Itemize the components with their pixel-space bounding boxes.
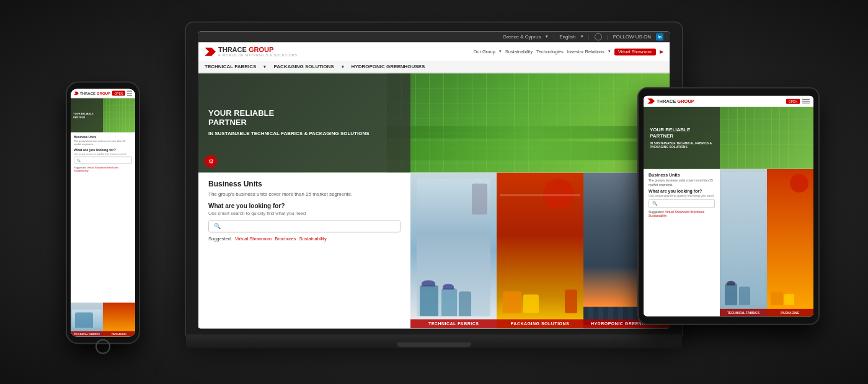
phone-looking-for: What are you looking for? xyxy=(74,148,132,152)
phone-logo-group: GROUP xyxy=(97,92,110,95)
hero-subtitle: IN SUSTAINABLE TECHNICAL FABRICS & PACKA… xyxy=(208,130,401,137)
tablet-open-button[interactable]: OPEN xyxy=(786,98,800,103)
laptop-notch xyxy=(397,342,471,347)
topbar-divider: | xyxy=(553,34,554,40)
tile-technical-fabrics[interactable]: TECHNICAL FABRICS xyxy=(410,172,497,328)
main-nav: THRACE GROUP A WORLD OF MATERIALS & SOLU… xyxy=(198,42,670,61)
topbar-divider3: | xyxy=(607,34,608,40)
tablet-navbar: THRACE GROUP OPEN xyxy=(644,96,813,107)
subnav-hydroponic[interactable]: HYDROPONIC GREENHOUSES xyxy=(352,64,425,69)
subnav-packaging[interactable]: PACKAGING SOLUTIONS xyxy=(273,64,334,69)
phone-hero-overlay: YOUR RELIABLE PARTNER xyxy=(71,98,103,133)
tablet-tile-packaging-label: PACKAGING xyxy=(767,309,813,316)
phone-open-button[interactable]: OPEN xyxy=(112,91,125,96)
tablet-left-panel: Business Units The group's business unit… xyxy=(644,169,720,316)
phone-logo-icon xyxy=(74,92,79,95)
tablet-menu-icon[interactable] xyxy=(802,99,810,104)
phone-tile-technical-fabrics-label: TECHNICAL FABRICS xyxy=(71,331,103,337)
phone-business-title: Business Units xyxy=(74,135,132,139)
nav-sustainability[interactable]: Sustainability xyxy=(505,49,533,55)
phone-tile-packaging[interactable]: PACKAGING xyxy=(103,303,135,337)
tablet-search-icon: 🔍 xyxy=(652,201,658,206)
tablet-hero-overlay: YOUR RELIABLE PARTNER IN SUSTAINABLE TEC… xyxy=(644,107,720,169)
phone-logo-thrace: THRACE xyxy=(80,92,95,95)
laptop-bezel: Greece & Cyprus ▾ | English ▾ | | FOLLOW… xyxy=(186,22,682,334)
tablet-search-box[interactable]: 🔍 xyxy=(649,199,715,208)
follow-us-label: FOLLOW US ON xyxy=(613,34,651,40)
lang-arrow: ▾ xyxy=(581,34,583,39)
investor-arrow: ▾ xyxy=(608,49,611,54)
hero-overlay: YOUR RELIABLE PARTNER IN SUSTAINABLE TEC… xyxy=(198,73,410,172)
technical-fabrics-arrow: ▾ xyxy=(264,64,266,69)
hero-section: YOUR RELIABLE PARTNER IN SUSTAINABLE TEC… xyxy=(198,73,670,172)
tablet-logo: THRACE GROUP xyxy=(647,98,694,104)
tablet-suggested-virtual[interactable]: Virtual Showroom xyxy=(665,210,689,214)
phone-suggested-brochures[interactable]: Brochures xyxy=(107,166,118,169)
tablet-tile-technical[interactable]: TECHNICAL FABRICS xyxy=(720,169,766,316)
logo-group: GROUP xyxy=(249,46,273,53)
tablet-device: THRACE GROUP OPEN xyxy=(639,89,818,324)
phone-suggested-virtual-showroom[interactable]: Virtual Showroom xyxy=(87,166,107,169)
hero-greenhouse-image xyxy=(387,73,670,172)
laptop-website: Greece & Cyprus ▾ | English ▾ | | FOLLOW… xyxy=(198,31,670,328)
tablet-website: THRACE GROUP OPEN xyxy=(644,96,813,316)
tablet-hero-title: YOUR RELIABLE PARTNER xyxy=(650,127,714,139)
tablet-suggested-brochures[interactable]: Brochures xyxy=(690,210,704,214)
virtual-showroom-button[interactable]: Virtual Showroom xyxy=(614,48,656,55)
business-units-title: Business Units xyxy=(208,180,401,188)
phone-hero-text: YOUR RELIABLE PARTNER xyxy=(73,112,100,118)
phone-navbar: THRACE GROUP OPEN xyxy=(71,89,135,98)
laptop-device: Greece & Cyprus ▾ | English ▾ | | FOLLOW… xyxy=(186,22,682,348)
suggested-brochures[interactable]: Brochures xyxy=(275,237,296,242)
tablet-looking-for: What are you looking for? xyxy=(649,189,715,193)
suggested-label: Suggested: xyxy=(208,237,232,242)
logo-thrace: THRACE xyxy=(218,46,247,53)
language-selector[interactable]: English xyxy=(559,34,575,40)
phone-tile-packaging-label: PACKAGING xyxy=(103,331,135,337)
phone-business-desc: The group's business units cover more th… xyxy=(74,139,132,146)
phone-tile-technical-fabrics[interactable]: TECHNICAL FABRICS xyxy=(71,303,103,337)
phone-tiles: TECHNICAL FABRICS PACKAGING xyxy=(71,303,135,337)
suggested-virtual-showroom[interactable]: Virtual Showroom xyxy=(235,237,272,242)
tablet-business-title: Business Units xyxy=(649,173,715,177)
tablet-screen: THRACE GROUP OPEN xyxy=(644,96,813,316)
tablet-tile-packaging[interactable]: PACKAGING xyxy=(767,169,813,316)
logo-text: THRACE GROUP xyxy=(218,46,298,53)
phone-search-box[interactable]: 🔍 xyxy=(74,157,132,164)
phone-suggested-sustainability[interactable]: Sustainability xyxy=(74,169,89,172)
topbar-divider2: | xyxy=(588,34,590,40)
phone-body: Business Units The group's business unit… xyxy=(71,133,135,303)
nav-our-group[interactable]: Our Group xyxy=(473,49,495,55)
laptop-screen: Greece & Cyprus ▾ | English ▾ | | FOLLOW… xyxy=(198,31,670,328)
thrace-logo-icon xyxy=(205,47,216,56)
logo-subtitle: A WORLD OF MATERIALS & SOLUTIONS xyxy=(218,53,298,57)
tablet-logo-icon xyxy=(647,98,655,104)
phone-home-button[interactable] xyxy=(95,339,110,354)
tile-packaging-solutions[interactable]: PACKAGING SOLUTIONS xyxy=(497,172,583,328)
phone-search-icon-inner: 🔍 xyxy=(77,159,81,162)
tablet-tile-technical-label: TECHNICAL FABRICS xyxy=(720,309,766,316)
linkedin-icon[interactable]: in xyxy=(656,33,663,40)
tablet-hero: YOUR RELIABLE PARTNER IN SUSTAINABLE TEC… xyxy=(644,107,813,169)
suggested-sustainability[interactable]: Sustainability xyxy=(299,237,326,242)
sub-nav: TECHNICAL FABRICS ▾ PACKAGING SOLUTIONS … xyxy=(198,61,670,73)
phone-logo: THRACE GROUP xyxy=(74,92,110,95)
nav-investor-relations[interactable]: Investor Relations xyxy=(567,49,604,55)
tile-packaging-label: PACKAGING SOLUTIONS xyxy=(497,319,583,328)
business-section: Business Units The group's business unit… xyxy=(198,172,670,328)
phone-search-icon[interactable] xyxy=(127,91,132,96)
suggested-area: Suggested: Virtual Showroom Brochures Su… xyxy=(208,237,401,242)
settings-icon[interactable]: ⚙ xyxy=(205,155,217,167)
tablet-logo-text: THRACE GROUP xyxy=(657,98,694,104)
hero-title: YOUR RELIABLE PARTNER xyxy=(208,108,401,128)
phone-hero: YOUR RELIABLE PARTNER xyxy=(71,98,135,133)
phone-device: THRACE GROUP OPEN YOUR R xyxy=(67,83,139,343)
tablet-suggested-sustainability[interactable]: Sustainability xyxy=(649,214,666,217)
region-selector[interactable]: Greece & Cyprus xyxy=(503,34,541,40)
logo-area: THRACE GROUP A WORLD OF MATERIALS & SOLU… xyxy=(205,46,298,57)
laptop-base xyxy=(186,334,682,348)
smart-search-box[interactable]: 🔍 xyxy=(208,220,401,233)
subnav-technical-fabrics[interactable]: TECHNICAL FABRICS xyxy=(205,64,256,69)
nav-technologies[interactable]: Technologies xyxy=(536,49,564,55)
topbar-search-icon[interactable] xyxy=(595,33,602,40)
